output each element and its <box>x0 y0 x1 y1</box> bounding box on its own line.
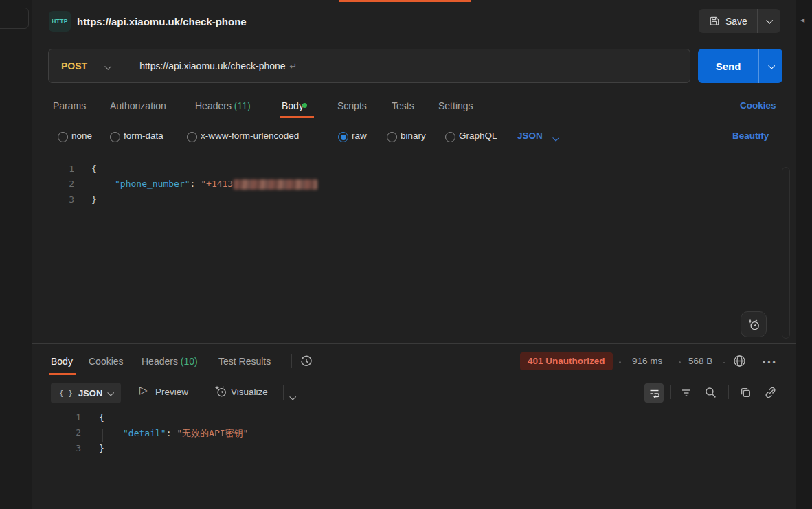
json-value: "无效的API密钥" <box>177 428 248 438</box>
chevron-down-icon <box>108 389 115 396</box>
line-number: 1 <box>55 412 81 422</box>
save-icon <box>708 15 720 27</box>
radio-raw[interactable] <box>338 132 348 142</box>
response-history-icon[interactable] <box>300 354 313 368</box>
search-icon[interactable] <box>704 386 717 399</box>
toolbar-divider <box>283 385 284 400</box>
indent-guide <box>95 180 95 193</box>
radio-none-label[interactable]: none <box>71 131 92 141</box>
send-button[interactable]: Send <box>698 49 758 83</box>
collapse-arrow-icon[interactable]: ◀ <box>800 17 804 23</box>
url-bar-divider <box>128 56 128 76</box>
response-tab-cookies[interactable]: Cookies <box>89 356 124 367</box>
postbot-button[interactable] <box>741 311 767 337</box>
network-globe-icon[interactable] <box>732 354 747 368</box>
http-method-icon: HTTP <box>49 11 71 32</box>
editor-scrollbar[interactable] <box>782 167 790 339</box>
code-line: } <box>99 443 104 453</box>
json-colon: : <box>190 179 196 189</box>
tab-scripts[interactable]: Scripts <box>337 100 367 111</box>
word-wrap-button[interactable] <box>644 383 664 403</box>
status-badge: 401 Unauthorized <box>520 352 613 370</box>
separator-dot <box>723 362 725 363</box>
code-line: } <box>91 194 97 205</box>
response-headers-label: Headers <box>142 356 178 367</box>
separator-dot <box>619 361 621 363</box>
radio-urlencoded-label[interactable]: x-www-form-urlencoded <box>201 131 299 141</box>
link-icon[interactable] <box>764 386 777 399</box>
request-title: https://api.xiaomu.uk/check-phone <box>77 16 247 27</box>
editor-scroll-gutter <box>778 162 778 341</box>
redacted-phone-value <box>234 179 317 190</box>
method-chevron-icon[interactable] <box>105 60 110 72</box>
tab-settings[interactable]: Settings <box>438 100 473 111</box>
response-divider[interactable] <box>32 343 796 344</box>
body-modified-dot <box>302 103 307 108</box>
active-tab-underline <box>280 116 314 118</box>
line-number: 3 <box>48 194 74 205</box>
active-tab-indicator <box>339 0 471 2</box>
beautify-link[interactable]: Beautify <box>732 131 769 141</box>
radio-graphql-label[interactable]: GraphQL <box>459 131 497 141</box>
code-line: "detail": "无效的API密钥" <box>123 427 248 440</box>
response-format-selector[interactable]: { } JSON <box>51 383 121 403</box>
radio-form-data[interactable] <box>110 132 120 142</box>
tab-tests[interactable]: Tests <box>392 100 414 111</box>
save-button-group: Save <box>699 9 780 33</box>
radio-form-data-label[interactable]: form-data <box>124 131 163 141</box>
cookies-link[interactable]: Cookies <box>740 100 776 111</box>
json-key: "detail" <box>123 428 166 438</box>
save-button-label: Save <box>725 16 747 27</box>
language-chevron-icon[interactable] <box>553 133 558 143</box>
radio-none[interactable] <box>58 132 68 142</box>
tab-params[interactable]: Params <box>53 100 86 111</box>
response-size: 568 B <box>688 356 712 366</box>
radio-graphql[interactable] <box>445 132 455 142</box>
response-tab-test-results[interactable]: Test Results <box>218 356 271 367</box>
tab-authorization[interactable]: Authorization <box>110 100 166 111</box>
headers-count-badge: (11) <box>234 100 251 111</box>
radio-raw-label[interactable]: raw <box>352 131 367 141</box>
method-selector[interactable]: POST <box>61 60 87 71</box>
visualize-button[interactable]: Visualize <box>231 387 268 397</box>
send-button-group: Send <box>698 49 782 83</box>
radio-binary[interactable] <box>387 132 397 142</box>
code-line: { <box>91 163 97 174</box>
status-divider <box>756 354 756 368</box>
toolbar-divider <box>670 385 671 399</box>
chevron-down-icon <box>768 62 775 69</box>
response-more-button[interactable]: ••• <box>763 358 778 367</box>
visualize-sparkle-icon[interactable] <box>214 384 227 398</box>
code-line: { <box>99 412 104 422</box>
response-tab-body[interactable]: Body <box>51 356 73 367</box>
response-tab-headers[interactable]: Headers (10) <box>142 356 198 367</box>
tab-headers[interactable]: Headers (11) <box>195 100 251 111</box>
chevron-down-icon <box>766 17 773 24</box>
word-wrap-icon <box>649 387 660 399</box>
save-options-button[interactable] <box>757 9 780 33</box>
tab-body[interactable]: Body <box>282 100 304 111</box>
copy-icon[interactable] <box>739 386 752 399</box>
url-return-glyph: ↵ <box>290 61 297 71</box>
send-options-button[interactable] <box>758 49 782 83</box>
preview-button[interactable]: Preview <box>155 387 188 397</box>
line-number: 2 <box>48 179 74 189</box>
tab-headers-label: Headers <box>195 100 232 111</box>
filter-icon[interactable] <box>680 387 692 399</box>
response-format-label: JSON <box>78 388 102 398</box>
url-input[interactable]: https://api.xiaomu.uk/check-phone <box>139 60 285 71</box>
url-bar: POST https://api.xiaomu.uk/check-phone ↵ <box>48 49 690 83</box>
toolbar-divider <box>728 385 729 399</box>
preview-icon[interactable]: ▷ <box>139 384 148 396</box>
radio-binary-label[interactable]: binary <box>401 131 426 141</box>
app-window: ◀ HTTP https://api.xiaomu.uk/check-phone… <box>0 0 812 509</box>
sidebar-collapsed-item[interactable] <box>0 8 29 29</box>
visualize-chevron-icon[interactable] <box>290 390 295 403</box>
json-key: "phone_number" <box>115 179 190 189</box>
language-selector[interactable]: JSON <box>517 131 543 141</box>
radio-urlencoded[interactable] <box>187 132 197 142</box>
right-rail <box>796 0 812 509</box>
braces-icon: { } <box>59 389 73 398</box>
json-colon: : <box>166 428 172 438</box>
save-button[interactable]: Save <box>699 9 757 33</box>
